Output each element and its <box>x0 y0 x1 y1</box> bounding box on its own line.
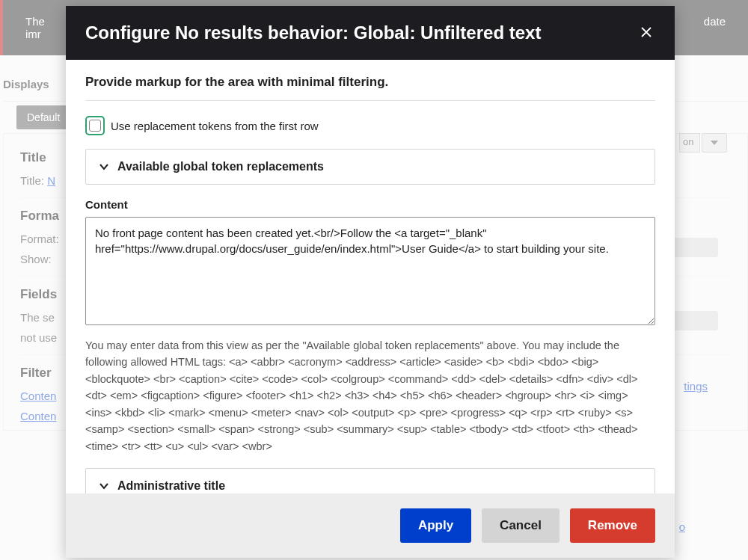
modal-body: Provide markup for the area with minimal… <box>66 60 675 493</box>
remove-button[interactable]: Remove <box>570 508 655 543</box>
modal-subtitle: Provide markup for the area with minimal… <box>85 75 655 101</box>
close-button[interactable] <box>637 23 655 43</box>
content-label: Content <box>85 198 655 211</box>
replacement-tokens-row: Use replacement tokens from the first ro… <box>85 116 655 135</box>
admin-title-panel[interactable]: Administrative title <box>85 468 655 493</box>
content-help-text: You may enter data from this view as per… <box>85 337 655 455</box>
apply-button[interactable]: Apply <box>400 508 471 543</box>
close-icon <box>640 26 652 38</box>
cancel-button[interactable]: Cancel <box>482 508 560 543</box>
configure-modal: Configure No results behavior: Global: U… <box>66 6 675 558</box>
content-textarea[interactable] <box>85 217 655 325</box>
admin-title-label: Administrative title <box>117 479 225 493</box>
replacement-tokens-checkbox[interactable] <box>85 116 105 135</box>
chevron-down-icon <box>98 480 110 492</box>
chevron-down-icon <box>98 161 110 173</box>
modal-title: Configure No results behavior: Global: U… <box>85 22 541 43</box>
replacement-tokens-label: Use replacement tokens from the first ro… <box>111 120 319 132</box>
checkbox-inner <box>89 120 101 132</box>
modal-header: Configure No results behavior: Global: U… <box>66 6 675 60</box>
global-tokens-title: Available global token replacements <box>117 160 324 173</box>
modal-footer: Apply Cancel Remove <box>66 493 675 558</box>
global-tokens-panel[interactable]: Available global token replacements <box>85 149 655 185</box>
